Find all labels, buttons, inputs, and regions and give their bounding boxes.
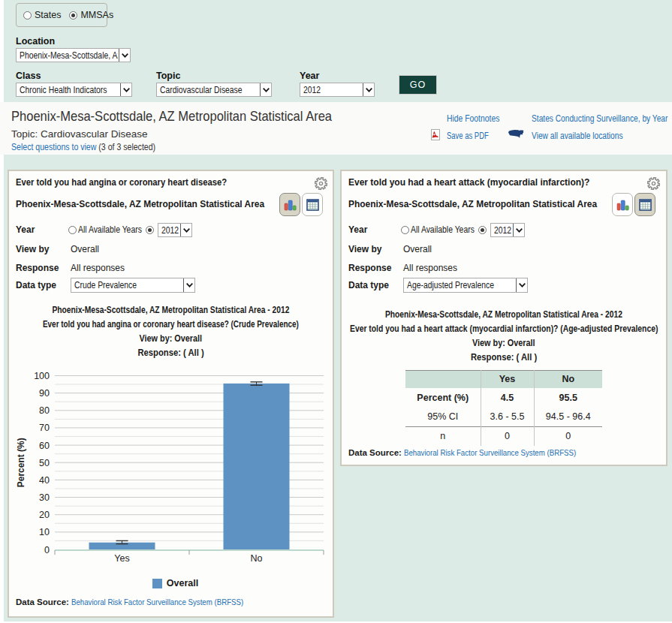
go-button[interactable]: GO: [399, 75, 437, 95]
states-surveillance-link[interactable]: States Conducting Surveillance, by Year: [532, 113, 667, 124]
chevron-down-icon: [363, 83, 375, 97]
table-title-line2: Ever told you had a heart attack (myocar…: [350, 322, 658, 336]
svg-text:No: No: [251, 553, 263, 564]
gear-icon[interactable]: [315, 177, 327, 190]
location-select[interactable]: Phoenix-Mesa-Scottsdale, Az: [16, 48, 131, 62]
table-view-button[interactable]: [634, 193, 655, 216]
chart-legend: Overall: [9, 578, 333, 588]
svg-text:70: 70: [39, 423, 50, 433]
class-select[interactable]: Chronic Health Indicators: [16, 83, 132, 97]
all-years-label[interactable]: All Available Years: [411, 224, 475, 235]
panel-year-select[interactable]: 2012: [490, 223, 525, 237]
table-title-block: Phoenix-Mesa-Scottsdale, AZ Metropolitan…: [342, 308, 666, 365]
view-by-value: Overall: [403, 244, 432, 254]
year-select[interactable]: 2012: [300, 83, 375, 97]
question-title: Ever told you had a heart attack (myocar…: [348, 177, 589, 188]
mmsas-radio[interactable]: [69, 11, 77, 20]
chart-title-line2: Ever told you had angina or coronary hea…: [43, 318, 299, 332]
table-title-line4: Response: ( All ): [471, 351, 537, 365]
location-label: Location: [16, 36, 55, 47]
select-questions-count: (3 of 3 selected): [96, 142, 155, 152]
top-control-bar: States MMSAs Location Phoenix-Mesa-Scott…: [4, 0, 672, 102]
table-row: n00: [405, 427, 602, 446]
table-view-button[interactable]: [302, 193, 323, 216]
svg-text:100: 100: [34, 371, 50, 381]
geo-toggle-group: States MMSAs: [16, 3, 107, 27]
year-row-label: Year: [16, 224, 35, 235]
table-col-header: [405, 371, 481, 388]
svg-text:50: 50: [39, 458, 50, 468]
response-label: Response: [16, 263, 59, 273]
year-row-label: Year: [348, 224, 367, 235]
single-year-radio[interactable]: [478, 226, 487, 234]
panel-location-title: Phoenix-Mesa-Scottsdale, AZ Metropolitan…: [16, 198, 264, 209]
chart-title-line1: Phoenix-Mesa-Scottsdale, AZ Metropolitan…: [53, 303, 290, 318]
legend-label: Overall: [167, 578, 198, 588]
panel-location-title: Phoenix-Mesa-Scottsdale, AZ Metropolitan…: [348, 198, 597, 209]
panel-year-select[interactable]: 2012: [158, 223, 192, 237]
question-title: Ever told you had angina or coronary hea…: [16, 177, 227, 188]
view-by-value: Overall: [71, 244, 99, 254]
topic-select[interactable]: Cardiovascular Disease: [156, 83, 272, 97]
svg-text:10: 10: [39, 527, 50, 537]
topic-line: Topic: Cardiovascular Disease: [11, 128, 148, 140]
chart-view-button[interactable]: [279, 193, 300, 216]
data-source-line: Data Source: Behavioral Risk Factor Surv…: [348, 448, 608, 457]
single-year-radio[interactable]: [146, 226, 154, 234]
table-cell: 4.5: [481, 388, 534, 408]
table-cell: n: [405, 427, 481, 446]
all-years-radio[interactable]: [68, 226, 77, 234]
page-title: Phoenix-Mesa-Scottsdale, AZ Metropolitan…: [11, 108, 332, 125]
svg-text:60: 60: [39, 441, 50, 451]
chevron-down-icon: [183, 278, 195, 293]
response-value: All responses: [71, 263, 125, 273]
response-value: All responses: [403, 263, 457, 273]
all-years-radio[interactable]: [401, 226, 409, 234]
chevron-down-icon: [119, 48, 131, 62]
states-radio-label[interactable]: States: [35, 10, 61, 20]
question-panel-heart-attack: Ever told you had a heart attack (myocar…: [340, 170, 667, 466]
data-source-link[interactable]: Behavioral Risk Factor Surveillance Syst…: [71, 597, 243, 606]
page: States MMSAs Location Phoenix-Mesa-Scott…: [0, 0, 672, 623]
data-source-link[interactable]: Behavioral Risk Factor Surveillance Syst…: [404, 448, 576, 457]
table-cell: 0: [534, 427, 602, 446]
svg-text:80: 80: [39, 405, 50, 416]
table-cell: 94.5 - 96.4: [534, 408, 602, 427]
data-source-line: Data Source: Behavioral Risk Factor Surv…: [16, 597, 276, 606]
gear-icon[interactable]: [647, 177, 660, 190]
chevron-down-icon: [516, 278, 528, 293]
view-by-label: View by: [16, 244, 49, 254]
all-years-label[interactable]: All Available Years: [78, 224, 142, 235]
mmsas-radio-label[interactable]: MMSAs: [80, 10, 113, 20]
table-cell: 95.5: [534, 388, 602, 408]
bar-chart: 0102030405060708090100Percent (%)YesNo: [9, 359, 333, 576]
svg-text:20: 20: [39, 510, 50, 520]
question-panel-angina: Ever told you had angina or coronary hea…: [8, 170, 334, 618]
select-questions-link[interactable]: Select questions to view: [11, 142, 96, 152]
chart-view-button[interactable]: [612, 193, 633, 216]
view-locations-link[interactable]: View all available locations: [532, 131, 623, 141]
data-table: YesNoPercent (%)4.595.595% CI3.6 - 5.594…: [405, 370, 602, 446]
svg-text:Yes: Yes: [114, 553, 129, 564]
save-pdf-link[interactable]: Save as PDF: [447, 131, 489, 141]
data-type-select[interactable]: Age-adjusted Prevalence: [403, 278, 528, 293]
svg-text:40: 40: [39, 475, 50, 486]
svg-text:90: 90: [39, 388, 50, 399]
table-row: 95% CI3.6 - 5.594.5 - 96.4: [405, 408, 602, 427]
table-cell: 0: [481, 427, 534, 446]
table-col-header: No: [534, 371, 602, 388]
data-type-label: Data type: [16, 280, 56, 290]
data-type-label: Data type: [348, 280, 389, 290]
hide-footnotes-link[interactable]: Hide Footnotes: [447, 113, 499, 124]
table-cell: 3.6 - 5.5: [481, 408, 534, 427]
data-type-select[interactable]: Crude Prevalence: [71, 278, 195, 293]
select-questions-line: Select questions to view (3 of 3 selecte…: [11, 142, 155, 152]
table-title-line3: View by: Overall: [472, 336, 535, 351]
chevron-down-icon: [180, 223, 192, 237]
chevron-down-icon: [513, 223, 525, 237]
svg-text:Percent (%): Percent (%): [16, 438, 26, 487]
states-radio[interactable]: [23, 11, 32, 20]
chart-title-line3: View by: Overall: [140, 332, 203, 346]
chevron-down-icon: [120, 83, 132, 97]
chart-title-block: Phoenix-Mesa-Scottsdale, AZ Metropolitan…: [9, 303, 333, 360]
